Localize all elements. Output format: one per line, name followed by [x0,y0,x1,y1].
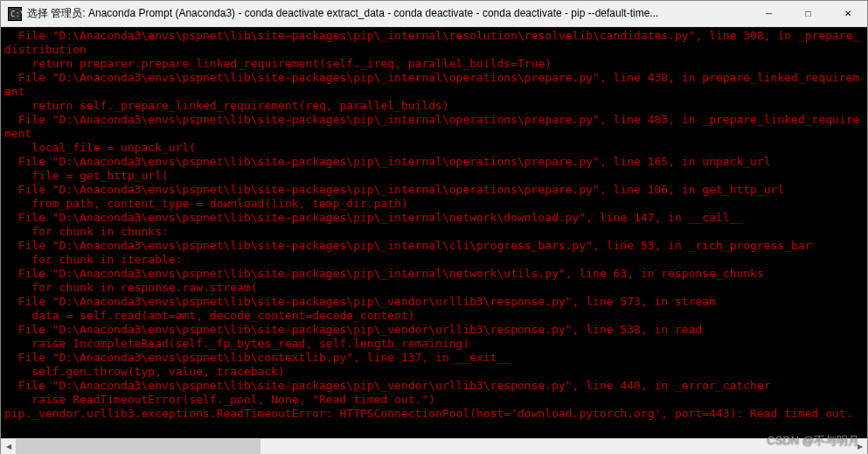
close-button[interactable]: ✕ [828,1,867,26]
terminal-line: File "D:\Anaconda3\envs\pspnet\lib\site-… [4,379,864,393]
terminal-line: file = get_http_url( [4,169,864,183]
terminal-line: File "D:\Anaconda3\envs\pspnet\lib\site-… [4,183,864,197]
terminal-line: File "D:\Anaconda3\envs\pspnet\lib\site-… [4,155,864,169]
terminal-line: return self._prepare_linked_requirement(… [4,99,864,113]
cmd-icon: C:\ [8,7,22,21]
titlebar[interactable]: C:\ 选择 管理员: Anaconda Prompt (Anaconda3) … [1,1,867,27]
horizontal-scrollbar[interactable]: ◀ ▶ [1,438,867,453]
terminal-line: File "D:\Anaconda3\envs\pspnet\lib\site-… [4,239,864,253]
terminal-line: raise IncompleteRead(self._fp_bytes_read… [4,337,864,351]
scroll-left-arrow[interactable]: ◀ [1,439,16,454]
terminal-line: File "D:\Anaconda3\envs\pspnet\lib\site-… [4,211,864,225]
watermark: CSDN @不与明月 [767,433,859,449]
svg-text:C:\: C:\ [10,10,22,18]
terminal-line: File "D:\Anaconda3\envs\pspnet\lib\site-… [4,113,864,141]
terminal-line: data = self.read(amt=amt, decode_content… [4,309,864,323]
terminal-window: C:\ 选择 管理员: Anaconda Prompt (Anaconda3) … [0,0,868,454]
window-controls: ─ □ ✕ [749,1,867,26]
scroll-thumb[interactable] [16,439,260,454]
terminal-line: for chunk in iterable: [4,253,864,267]
terminal-line: for chunk in response.raw.stream( [4,281,864,295]
terminal-line: self.gen.throw(typ, value, traceback) [4,365,864,379]
scroll-track[interactable] [16,439,852,454]
terminal-line: from_path, content_type = download(link,… [4,197,864,211]
terminal-line: File "D:\Anaconda3\envs\pspnet\lib\site-… [4,295,864,309]
terminal-line: pip._vendor.urllib3.exceptions.ReadTimeo… [4,407,864,421]
maximize-button[interactable]: □ [788,1,828,26]
terminal-line: File "D:\Anaconda3\envs\pspnet\lib\site-… [4,323,864,337]
terminal-line: local_file = unpack_url( [4,141,864,155]
terminal-line: for chunk in chunks: [4,225,864,239]
terminal-line: File "D:\Anaconda3\envs\pspnet\lib\site-… [4,29,864,57]
terminal-line: File "D:\Anaconda3\envs\pspnet\lib\conte… [4,351,864,365]
terminal-line: File "D:\Anaconda3\envs\pspnet\lib\site-… [4,267,864,281]
window-title: 选择 管理员: Anaconda Prompt (Anaconda3) - co… [27,6,749,21]
terminal-line: raise ReadTimeoutError(self._pool, None,… [4,393,864,407]
minimize-button[interactable]: ─ [749,1,788,26]
terminal-output[interactable]: File "D:\Anaconda3\envs\pspnet\lib\site-… [1,27,867,438]
terminal-line: return preparer.prepare_linked_requireme… [4,57,864,71]
terminal-line: File "D:\Anaconda3\envs\pspnet\lib\site-… [4,71,864,99]
